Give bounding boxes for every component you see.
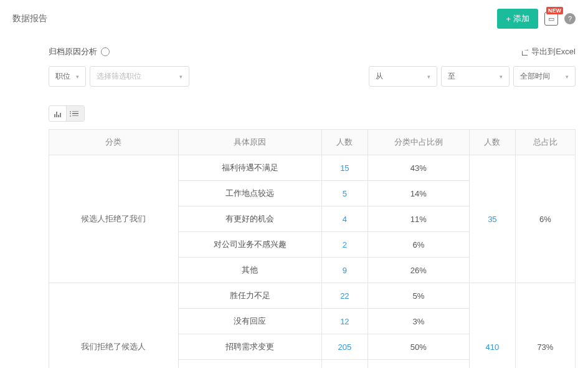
reason-cell: 没有回应	[178, 309, 321, 334]
count-cell[interactable]: 15	[321, 155, 368, 181]
reason-cell: 有更好的机会	[178, 206, 321, 232]
count-cell[interactable]: 4	[321, 206, 368, 232]
date-to-label: 至	[448, 71, 455, 82]
count-cell[interactable]: 205	[321, 334, 368, 360]
pct-cell: 2%	[368, 360, 469, 369]
refresh-icon[interactable]	[101, 47, 110, 56]
pct-cell: 26%	[368, 258, 469, 283]
export-label: 导出到Excel	[531, 46, 576, 57]
group-total-count-cell[interactable]: 35	[469, 155, 515, 283]
chart-view-button[interactable]	[49, 106, 67, 121]
count-cell[interactable]: 7	[321, 360, 368, 369]
reason-cell: 对公司业务不感兴趣	[178, 232, 321, 258]
count-cell[interactable]: 5	[321, 181, 368, 206]
date-from-select[interactable]: 从 ▾	[369, 66, 437, 87]
pct-cell: 5%	[368, 283, 469, 309]
pct-cell: 3%	[368, 309, 469, 334]
date-icon: ▭	[548, 15, 554, 23]
count-cell[interactable]: 12	[321, 309, 368, 334]
table-row: 我们拒绝了候选人胜任力不足225%41073%	[49, 283, 576, 309]
pct-cell: 11%	[368, 206, 469, 232]
date-from-label: 从	[376, 71, 383, 82]
category-cell: 我们拒绝了候选人	[49, 283, 179, 369]
reason-cell: 胜任力不足	[178, 283, 321, 309]
chevron-down-icon: ▾	[566, 74, 569, 80]
group-total-count-cell[interactable]: 410	[469, 283, 515, 369]
reason-cell: 其他	[178, 258, 321, 283]
help-button[interactable]: ?	[564, 13, 576, 24]
chevron-down-icon: ▾	[179, 74, 183, 80]
time-range-label: 全部时间	[520, 71, 550, 82]
count-cell[interactable]: 9	[321, 258, 368, 283]
count-cell[interactable]: 22	[321, 283, 368, 309]
add-button[interactable]: + 添加	[497, 9, 538, 29]
position-filter-select[interactable]: 选择筛选职位 ▾	[90, 66, 189, 87]
bar-chart-icon	[54, 110, 61, 117]
col-reason: 具体原因	[178, 130, 321, 155]
page-title: 数据报告	[12, 13, 47, 24]
section-title: 归档原因分析	[49, 46, 97, 57]
category-cell: 候选人拒绝了我们	[49, 155, 179, 283]
chevron-down-icon: ▾	[500, 74, 503, 80]
export-icon	[521, 48, 529, 56]
position-type-select[interactable]: 职位 ▾	[49, 66, 86, 87]
col-pct-in-cat: 分类中占比例	[368, 130, 469, 155]
new-badge: NEW	[546, 7, 563, 14]
list-view-button[interactable]	[67, 106, 84, 121]
group-total-pct-cell: 73%	[515, 283, 575, 369]
calendar-icon-button[interactable]: ▭ NEW	[544, 12, 558, 26]
reason-cell: 招聘需求变更	[178, 334, 321, 360]
plus-icon: +	[506, 14, 511, 24]
position-filter-placeholder: 选择筛选职位	[97, 71, 141, 82]
pct-cell: 6%	[368, 232, 469, 258]
view-toggle	[49, 105, 85, 122]
chevron-down-icon: ▾	[76, 74, 79, 80]
col-count2: 人数	[469, 130, 515, 155]
chevron-down-icon: ▾	[427, 74, 430, 80]
group-total-pct-cell: 6%	[515, 155, 575, 283]
reason-cell: 福利待遇不匹配	[178, 360, 321, 369]
position-type-label: 职位	[55, 71, 70, 82]
reason-cell: 福利待遇不满足	[178, 155, 321, 181]
count-cell[interactable]: 2	[321, 232, 368, 258]
export-button[interactable]: 导出到Excel	[521, 46, 576, 57]
reason-cell: 工作地点较远	[178, 181, 321, 206]
pct-cell: 50%	[368, 334, 469, 360]
pct-cell: 14%	[368, 181, 469, 206]
pct-cell: 43%	[368, 155, 469, 181]
time-range-select[interactable]: 全部时间 ▾	[513, 66, 576, 87]
col-category: 分类	[49, 130, 179, 155]
list-icon	[72, 111, 78, 117]
col-total-pct: 总占比	[515, 130, 575, 155]
table-row: 候选人拒绝了我们福利待遇不满足1543%356%	[49, 155, 576, 181]
date-to-select[interactable]: 至 ▾	[441, 66, 510, 87]
col-count1: 人数	[321, 130, 368, 155]
add-button-label: 添加	[513, 13, 529, 24]
report-table: 分类 具体原因 人数 分类中占比例 人数 总占比 候选人拒绝了我们福利待遇不满足…	[49, 129, 576, 368]
